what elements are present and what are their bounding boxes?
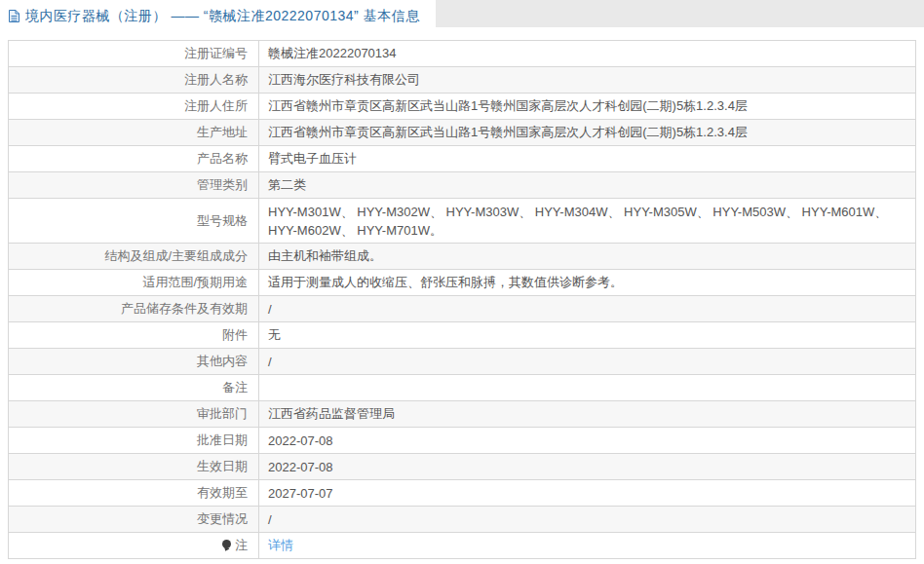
table-row-certificate-number: 注册证编号 赣械注准20222070134 [9, 41, 916, 67]
row-value: 详情 [259, 533, 916, 559]
table-row-product-name: 产品名称 臂式电子血压计 [9, 146, 916, 172]
row-label: 适用范围/预期用途 [9, 270, 259, 296]
table-row-change-status: 变更情况 / [9, 507, 916, 533]
row-label: 注册证编号 [9, 41, 259, 67]
row-value: 臂式电子血压计 [259, 146, 916, 172]
document-icon [8, 9, 20, 23]
balloon-icon [222, 540, 232, 550]
row-label: 注册人名称 [9, 67, 259, 94]
table-row-production-address: 生产地址 江西省赣州市章贡区高新区武当山路1号赣州国家高层次人才科创园(二期)5… [9, 120, 916, 146]
row-label: 生产地址 [9, 120, 259, 146]
table-row-registrant-name: 注册人名称 江西海尔医疗科技有限公司 [9, 67, 916, 94]
row-label: 产品名称 [9, 146, 259, 172]
row-label: 有效期至 [9, 480, 259, 507]
table-row-structure-composition: 结构及组成/主要组成成分 由主机和袖带组成。 [9, 244, 916, 270]
table-row-note: 注 详情 [9, 533, 916, 559]
row-value: 江西省赣州市章贡区高新区武当山路1号赣州国家高层次人才科创园(二期)5栋1.2.… [259, 94, 916, 120]
table-row-intended-use: 适用范围/预期用途 适用于测量成人的收缩压、舒张压和脉搏，其数值供诊断参考。 [9, 270, 916, 296]
row-value: 江西海尔医疗科技有限公司 [259, 67, 916, 94]
row-label: 附件 [9, 322, 259, 349]
row-label: 结构及组成/主要组成成分 [9, 244, 259, 270]
table-row-approval-department: 审批部门 江西省药品监督管理局 [9, 401, 916, 428]
row-value [259, 375, 916, 401]
table-row-management-category: 管理类别 第二类 [9, 172, 916, 199]
table-row-other-content: 其他内容 / [9, 349, 916, 375]
row-value: / [259, 507, 916, 533]
page-title-tab: 境内医疗器械（注册） —— “赣械注准20222070134” 基本信息 [0, 0, 436, 32]
row-label: 变更情况 [9, 507, 259, 533]
row-label: 型号规格 [9, 199, 259, 244]
row-value: / [259, 296, 916, 322]
row-value: 江西省药品监督管理局 [259, 401, 916, 428]
table-row-valid-until: 有效期至 2027-07-07 [9, 480, 916, 507]
row-label: 备注 [9, 375, 259, 401]
row-value: 江西省赣州市章贡区高新区武当山路1号赣州国家高层次人才科创园(二期)5栋1.2.… [259, 120, 916, 146]
table-row-registrant-address: 注册人住所 江西省赣州市章贡区高新区武当山路1号赣州国家高层次人才科创园(二期)… [9, 94, 916, 120]
row-value: 2027-07-07 [259, 480, 916, 507]
table-row-attachment: 附件 无 [9, 322, 916, 349]
row-value: 无 [259, 322, 916, 349]
row-label: 其他内容 [9, 349, 259, 375]
row-value: 2022-07-08 [259, 428, 916, 454]
registration-info-table: 注册证编号 赣械注准20222070134 注册人名称 江西海尔医疗科技有限公司… [8, 40, 916, 559]
note-label: 注 [235, 538, 248, 552]
table-row-effective-date: 生效日期 2022-07-08 [9, 454, 916, 480]
row-value: 赣械注准20222070134 [259, 41, 916, 67]
table-row-remarks: 备注 [9, 375, 916, 401]
row-label: 注 [9, 533, 259, 559]
row-value: 第二类 [259, 172, 916, 199]
row-label: 审批部门 [9, 401, 259, 428]
header-bar: 境内医疗器械（注册） —— “赣械注准20222070134” 基本信息 [0, 0, 924, 32]
row-value: 2022-07-08 [259, 454, 916, 480]
row-label: 生效日期 [9, 454, 259, 480]
page-title: 境内医疗器械（注册） —— “赣械注准20222070134” 基本信息 [25, 8, 420, 25]
row-label: 批准日期 [9, 428, 259, 454]
row-label: 产品储存条件及有效期 [9, 296, 259, 322]
row-value: HYY-M301W、 HYY-M302W、 HYY-M303W、 HYY-M30… [259, 199, 916, 244]
row-value: 由主机和袖带组成。 [259, 244, 916, 270]
detail-link[interactable]: 详情 [268, 538, 293, 552]
table-row-approval-date: 批准日期 2022-07-08 [9, 428, 916, 454]
row-label: 注册人住所 [9, 94, 259, 120]
row-value: 适用于测量成人的收缩压、舒张压和脉搏，其数值供诊断参考。 [259, 270, 916, 296]
row-value: / [259, 349, 916, 375]
row-label: 管理类别 [9, 172, 259, 199]
table-row-model-spec: 型号规格 HYY-M301W、 HYY-M302W、 HYY-M303W、 HY… [9, 199, 916, 244]
table-row-storage-validity: 产品储存条件及有效期 / [9, 296, 916, 322]
